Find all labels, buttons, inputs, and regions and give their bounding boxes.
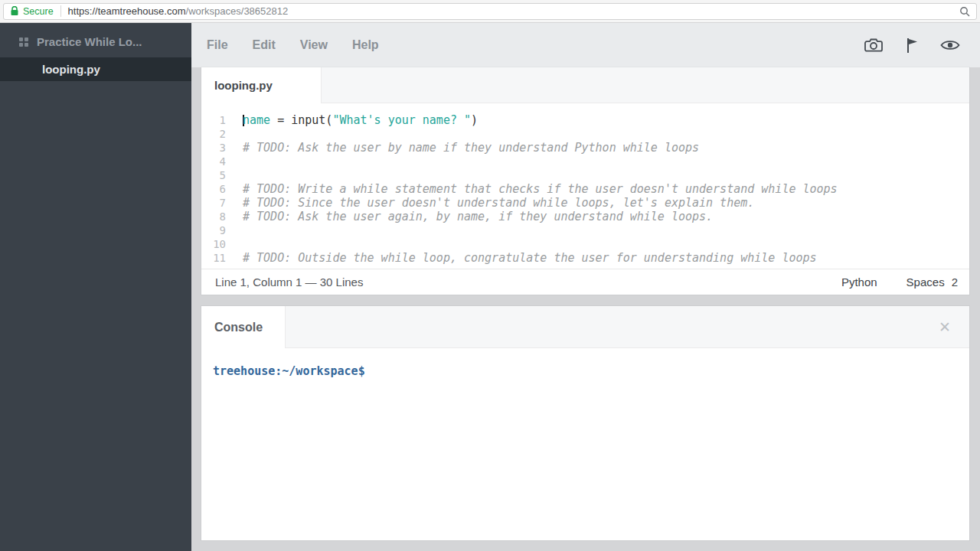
code-line-content[interactable] [226, 223, 243, 237]
code-line: 8# TODO: Ask the user again, by name, if… [201, 210, 969, 223]
line-number: 7 [201, 196, 226, 210]
code-line: 2 [201, 127, 969, 141]
project-icon [19, 37, 28, 47]
terminal[interactable]: treehouse:~/workspace$ [201, 348, 969, 378]
code-segment-comment: # TODO: Since the user doesn't understan… [243, 196, 754, 210]
toolbar-icons [864, 37, 960, 54]
code-line: 11# TODO: Outside the while loop, congra… [201, 251, 969, 265]
code-segment-comment: # TODO: Outside the while loop, congratu… [243, 251, 817, 265]
url-domain: https://teamtreehouse.com [68, 5, 186, 17]
menu-bar: File Edit View Help [191, 23, 980, 67]
secure-label: Secure [23, 6, 54, 17]
main-area: File Edit View Help looping.py [191, 23, 980, 551]
code-line: 7# TODO: Since the user doesn't understa… [201, 196, 969, 210]
language-selector[interactable]: Python [841, 276, 877, 289]
code-segment-comment: # TODO: Ask the user again, by name, if … [243, 210, 713, 223]
line-number: 10 [201, 237, 226, 251]
camera-icon[interactable] [864, 37, 883, 53]
cursor-position-label: Line 1, Column 1 — 30 Lines [215, 276, 363, 289]
code-segment-var: name [243, 113, 270, 127]
indent-label: Spaces [906, 276, 945, 289]
console-panel: Console ✕ treehouse:~/workspace$ [201, 306, 969, 540]
browser-address-bar: Secure https://teamtreehouse.com /worksp… [0, 0, 980, 23]
terminal-prompt: treehouse:~/workspace$ [213, 364, 365, 378]
zoom-icon[interactable] [959, 6, 970, 17]
line-number: 11 [201, 251, 226, 265]
menu-edit[interactable]: Edit [253, 38, 276, 52]
code-line-content[interactable]: # TODO: Outside the while loop, congratu… [226, 251, 817, 265]
workspace-window: Secure https://teamtreehouse.com /worksp… [0, 0, 980, 551]
line-number: 8 [201, 210, 226, 223]
code-line: 3# TODO: Ask the user by name if they un… [201, 141, 969, 155]
line-number: 6 [201, 182, 226, 196]
project-name: Practice While Lo... [37, 35, 142, 48]
lock-icon [10, 6, 19, 16]
sidebar-item-looping-py[interactable]: looping.py [0, 57, 191, 81]
code-line-content[interactable]: # TODO: Write a while statement that che… [226, 182, 838, 196]
code-line: 10 [201, 237, 969, 251]
code-lines: 1name = input("What's your name? ")23# T… [201, 113, 969, 265]
code-line-content[interactable]: # TODO: Since the user doesn't understan… [226, 196, 754, 210]
editor-tabbar: looping.py [201, 67, 969, 103]
menu-file[interactable]: File [207, 38, 228, 52]
console-tab-label: Console [214, 321, 263, 334]
editor-statusbar: Line 1, Column 1 — 30 Lines Python Space… [201, 269, 969, 295]
close-icon[interactable]: ✕ [939, 320, 951, 334]
code-segment-plain: = input( [270, 113, 332, 127]
code-line: 5 [201, 168, 969, 182]
project-row[interactable]: Practice While Lo... [0, 23, 191, 57]
code-line: 1name = input("What's your name? ") [201, 113, 969, 127]
code-line: 4 [201, 155, 969, 168]
line-number: 2 [201, 127, 226, 141]
code-line-content[interactable]: # TODO: Ask the user by name if they und… [226, 141, 699, 155]
file-name: looping.py [42, 63, 100, 76]
url-separator [60, 5, 61, 17]
line-number: 5 [201, 168, 226, 182]
code-segment-comment: # TODO: Ask the user by name if they und… [243, 141, 699, 155]
code-line-content[interactable]: # TODO: Ask the user again, by name, if … [226, 210, 713, 223]
code-segment-str: "What's your name? " [332, 113, 471, 127]
code-editor[interactable]: 1name = input("What's your name? ")23# T… [201, 103, 969, 269]
code-line-content[interactable] [226, 237, 243, 251]
secure-badge[interactable]: Secure [10, 6, 54, 17]
code-line-content[interactable] [226, 127, 243, 141]
url-path: /workspaces/38652812 [186, 5, 289, 17]
code-segment-comment: # TODO: Write a while statement that che… [243, 182, 838, 196]
code-line: 6# TODO: Write a while statement that ch… [201, 182, 969, 196]
code-line: 9 [201, 223, 969, 237]
flag-icon[interactable] [905, 37, 918, 54]
menu-view[interactable]: View [300, 38, 328, 52]
indent-selector[interactable]: Spaces 2 [906, 276, 958, 289]
console-tabbar: Console ✕ [201, 306, 969, 348]
line-number: 1 [201, 113, 226, 127]
line-number: 4 [201, 155, 226, 168]
menu-help[interactable]: Help [352, 38, 379, 52]
indent-value: 2 [952, 276, 958, 289]
line-number: 9 [201, 223, 226, 237]
eye-icon[interactable] [940, 38, 960, 52]
line-number: 3 [201, 141, 226, 155]
url-field[interactable]: Secure https://teamtreehouse.com /worksp… [3, 3, 977, 20]
code-line-content[interactable]: name = input("What's your name? ") [226, 113, 478, 127]
code-line-content[interactable] [226, 168, 243, 182]
tab-console[interactable]: Console [201, 306, 286, 348]
code-line-content[interactable] [226, 155, 243, 168]
editor-tab-label: looping.py [214, 79, 273, 92]
code-segment-plain: ) [471, 113, 478, 127]
editor-panel: looping.py 1name = input("What's your na… [201, 67, 969, 295]
file-sidebar: Practice While Lo... looping.py [0, 23, 191, 551]
tab-looping-py[interactable]: looping.py [201, 67, 322, 103]
